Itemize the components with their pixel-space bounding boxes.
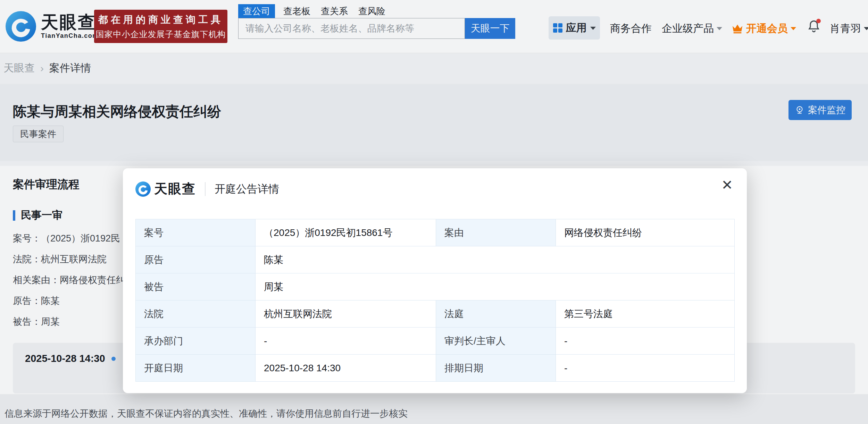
cell-value: - [256,328,436,355]
table-row: 案号 （2025）浙0192民初15861号 案由 网络侵权责任纠纷 [136,219,735,246]
cell-label: 法院 [136,300,256,328]
cell-value: 周某 [256,273,735,300]
cell-label: 开庭日期 [136,355,256,382]
hearing-detail-modal: 天眼查 开庭公告详情 ✕ 案号 （2025）浙0192民初15861号 案由 网… [123,168,747,393]
modal-title: 开庭公告详情 [215,182,279,196]
cell-label: 排期日期 [436,355,556,382]
cell-value: 陈某 [256,246,735,273]
table-row: 法院 杭州互联网法院 法庭 第三号法庭 [136,300,735,328]
close-icon[interactable]: ✕ [721,178,733,192]
page: 天眼查 TianYanCha.com 都在用的商业查询工具 国家中小企业发展子基… [0,0,868,424]
tianyancha-logo-icon [135,181,151,197]
cell-label: 法庭 [436,300,556,328]
modal-header: 天眼查 开庭公告详情 [135,180,279,198]
cell-label: 审判长/主审人 [436,328,556,355]
table-row: 被告 周某 [136,273,735,300]
cell-value: 杭州互联网法院 [256,300,436,328]
table-row: 原告 陈某 [136,246,735,273]
cell-value: - [556,328,735,355]
hearing-detail-table: 案号 （2025）浙0192民初15861号 案由 网络侵权责任纠纷 原告 陈某… [135,219,735,382]
modal-brand-name: 天眼查 [154,180,196,198]
cell-value: 网络侵权责任纠纷 [556,219,735,246]
divider [205,182,206,196]
cell-value: 2025-10-28 14:30 [256,355,436,382]
cell-label: 案由 [436,219,556,246]
cell-value: - [556,355,735,382]
cell-value: （2025）浙0192民初15861号 [256,219,436,246]
cell-label: 被告 [136,273,256,300]
table-row: 承办部门 - 审判长/主审人 - [136,328,735,355]
cell-value: 第三号法庭 [556,300,735,328]
cell-label: 原告 [136,246,256,273]
cell-label: 承办部门 [136,328,256,355]
table-row: 开庭日期 2025-10-28 14:30 排期日期 - [136,355,735,382]
cell-label: 案号 [136,219,256,246]
